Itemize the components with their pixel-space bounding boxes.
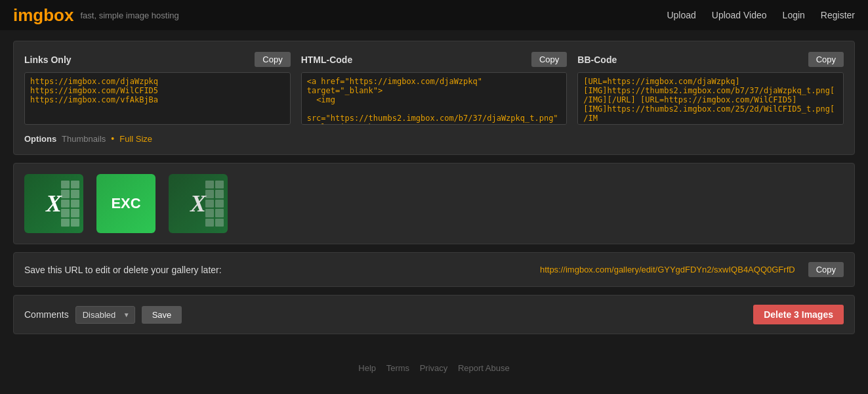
footer-privacy-link[interactable]: Privacy	[420, 363, 448, 373]
grid-row	[205, 200, 224, 208]
grid-cell	[61, 200, 70, 208]
code-panel: Links Only Copy https://imgbox.com/djaWz…	[13, 41, 855, 155]
excel-grid-1	[61, 181, 79, 227]
links-only-header: Links Only Copy	[24, 52, 291, 67]
excel-grid-3	[205, 181, 224, 227]
nav-upload-video[interactable]: Upload Video	[712, 10, 767, 20]
comments-select-wrap[interactable]: Disabled Enabled	[75, 306, 135, 324]
grid-row	[61, 181, 79, 188]
grid-row	[205, 190, 224, 198]
bb-code-header: BB-Code Copy	[577, 52, 844, 67]
html-code-copy-button[interactable]: Copy	[531, 52, 567, 67]
image-thumbnail-3[interactable]: X	[169, 174, 228, 233]
grid-cell	[61, 219, 70, 227]
grid-cell	[61, 209, 70, 217]
excel-letter-1: X	[46, 190, 62, 217]
bb-code-copy-button[interactable]: Copy	[808, 52, 844, 67]
grid-cell	[61, 181, 70, 188]
footer-help-link[interactable]: Help	[358, 363, 376, 373]
grid-cell	[205, 209, 214, 217]
comments-panel: Comments Disabled Enabled Save Delete 3 …	[13, 295, 855, 334]
tagline: fast, simple image hosting	[80, 11, 178, 20]
options-label: Options	[24, 134, 56, 144]
grid-cell	[215, 181, 224, 188]
grid-row	[61, 209, 79, 217]
grid-row	[205, 219, 224, 227]
gallery-url: https://imgbox.com/gallery/edit/GYYgdFDY…	[230, 265, 795, 274]
grid-cell	[205, 181, 214, 188]
bb-code-textarea[interactable]: [URL=https://imgbox.com/djaWzpkq] [IMG]h…	[577, 72, 844, 125]
comments-select[interactable]: Disabled Enabled	[75, 306, 135, 324]
save-button[interactable]: Save	[142, 306, 182, 324]
grid-row	[61, 219, 79, 227]
logo: imgbox	[13, 5, 73, 26]
gallery-row: Save this URL to edit or delete your gal…	[13, 252, 855, 287]
grid-row	[205, 209, 224, 217]
bb-code-title: BB-Code	[577, 55, 617, 65]
footer-terms-link[interactable]: Terms	[386, 363, 409, 373]
excel-exc-text: EXC	[111, 195, 140, 212]
options-row: Options Thumbnails • Full Size	[24, 133, 844, 144]
image-thumbnail-2[interactable]: EXC	[96, 174, 155, 233]
excel-letter-3: X	[190, 190, 206, 217]
grid-cell	[205, 190, 214, 198]
main-nav: Upload Upload Video Login Register	[667, 10, 855, 20]
options-separator: •	[111, 133, 114, 144]
delete-images-button[interactable]: Delete 3 Images	[753, 305, 844, 324]
comments-label: Comments	[24, 309, 69, 320]
gallery-label: Save this URL to edit or delete your gal…	[24, 265, 222, 275]
html-code-textarea[interactable]: <a href="https://imgbox.com/djaWzpkq" ta…	[301, 72, 568, 125]
grid-row	[205, 181, 224, 188]
thumbnails-link[interactable]: Thumbnails	[62, 134, 106, 144]
grid-cell	[71, 181, 79, 188]
footer: Help Terms Privacy Report Abuse	[0, 353, 868, 383]
nav-upload[interactable]: Upload	[667, 10, 695, 20]
gallery-copy-button[interactable]: Copy	[808, 262, 844, 277]
grid-cell	[205, 219, 214, 227]
grid-cell	[61, 190, 70, 198]
thumbnails-panel: X	[13, 163, 855, 244]
grid-row	[61, 190, 79, 198]
grid-cell	[215, 219, 224, 227]
bb-code-block: BB-Code Copy [URL=https://imgbox.com/dja…	[577, 52, 844, 127]
links-only-copy-button[interactable]: Copy	[255, 52, 290, 67]
grid-row	[61, 200, 79, 208]
grid-cell	[205, 200, 214, 208]
full-size-link[interactable]: Full Size	[119, 134, 152, 144]
logo-area: imgbox fast, simple image hosting	[13, 5, 179, 26]
grid-cell	[71, 219, 79, 227]
main-content: Links Only Copy https://imgbox.com/djaWz…	[0, 30, 868, 353]
html-code-block: HTML-Code Copy <a href="https://imgbox.c…	[301, 52, 568, 127]
grid-cell	[215, 200, 224, 208]
code-row: Links Only Copy https://imgbox.com/djaWz…	[24, 52, 844, 127]
footer-report-link[interactable]: Report Abuse	[458, 363, 510, 373]
nav-login[interactable]: Login	[783, 10, 805, 20]
html-code-title: HTML-Code	[301, 55, 353, 65]
links-only-block: Links Only Copy https://imgbox.com/djaWz…	[24, 52, 291, 127]
nav-register[interactable]: Register	[821, 10, 855, 20]
image-thumbnail-1[interactable]: X	[24, 174, 83, 233]
html-code-header: HTML-Code Copy	[301, 52, 568, 67]
grid-cell	[215, 190, 224, 198]
grid-cell	[71, 200, 79, 208]
grid-cell	[215, 209, 224, 217]
grid-cell	[71, 190, 79, 198]
header: imgbox fast, simple image hosting Upload…	[0, 0, 868, 30]
links-only-title: Links Only	[24, 55, 72, 65]
links-only-textarea[interactable]: https://imgbox.com/djaWzpkq https://imgb…	[24, 72, 291, 125]
grid-cell	[71, 209, 79, 217]
